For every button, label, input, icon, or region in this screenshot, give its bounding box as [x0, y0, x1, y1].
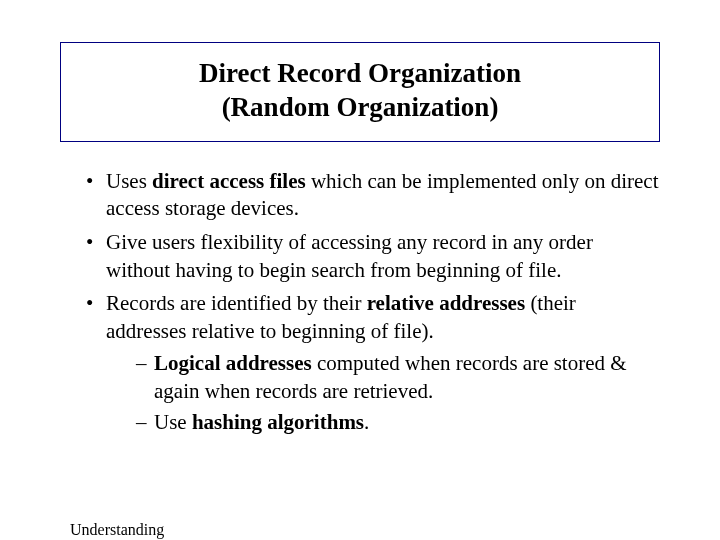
footer-source: Understanding Operating Systems	[70, 520, 230, 540]
sub-bullet-text: .	[364, 410, 369, 434]
bullet-item: Uses direct access files which can be im…	[92, 168, 660, 223]
bullet-text: Give users flexibility of accessing any …	[106, 230, 593, 282]
sub-bullet-item: Use hashing algorithms.	[136, 409, 660, 437]
title-line-2: (Random Organization)	[71, 91, 649, 125]
bullet-bold: direct access files	[152, 169, 306, 193]
sub-bullet-bold: Logical addresses	[154, 351, 312, 375]
sub-bullet-item: Logical addresses computed when records …	[136, 350, 660, 405]
sub-bullet-text: Use	[154, 410, 192, 434]
slide: { "title": { "line1": "Direct Record Org…	[0, 42, 720, 540]
title-line-1: Direct Record Organization	[71, 57, 649, 91]
content-area: Uses direct access files which can be im…	[70, 168, 660, 437]
title-box: Direct Record Organization (Random Organ…	[60, 42, 660, 142]
footer: Understanding Operating Systems 23	[70, 520, 650, 540]
bullet-text: Records are identified by their	[106, 291, 367, 315]
bullet-bold: relative addresses	[367, 291, 525, 315]
bullet-item: Give users flexibility of accessing any …	[92, 229, 660, 284]
bullet-text: Uses	[106, 169, 152, 193]
bullet-item: Records are identified by their relative…	[92, 290, 660, 437]
sub-bullet-bold: hashing algorithms	[192, 410, 364, 434]
